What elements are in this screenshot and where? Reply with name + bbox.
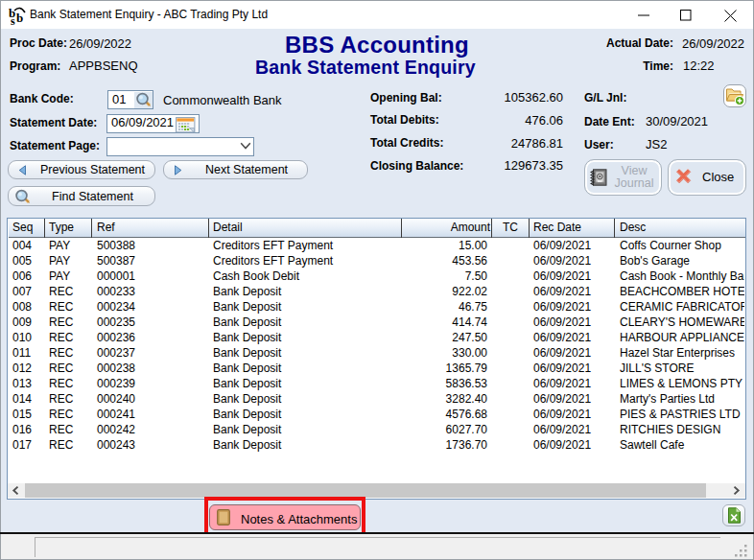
svg-text:b: b xyxy=(16,11,23,25)
svg-text:s: s xyxy=(11,14,15,27)
